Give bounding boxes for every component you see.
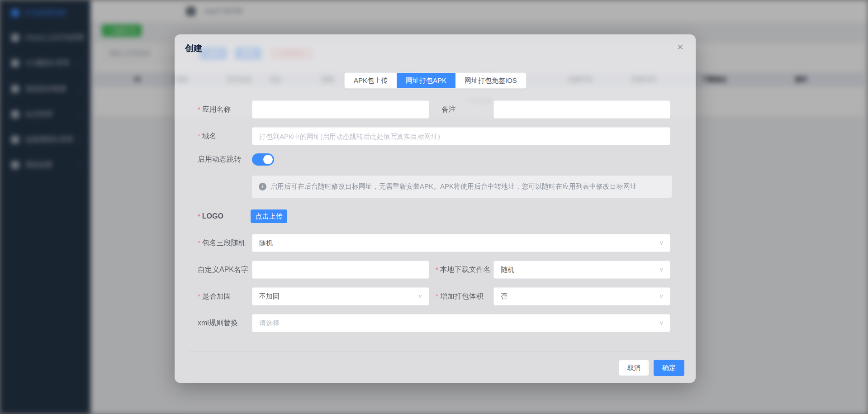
dialog-title: 创建 — [185, 43, 202, 54]
local-filename-select[interactable]: 随机 ∨ — [493, 261, 670, 279]
app-name-label: *应用名称 — [198, 105, 231, 114]
confirm-button[interactable]: 确定 — [654, 360, 684, 376]
notice-text: 启用后可在后台随时修改目标网址，无需重新安装APK。APK将使用后台中转地址，您… — [270, 182, 637, 191]
remark-label: 备注 — [441, 105, 456, 114]
cancel-button[interactable]: 取消 — [619, 360, 649, 376]
custom-apk-name-label: 自定义APK名字 — [198, 265, 248, 275]
chevron-down-icon: ∨ — [418, 288, 422, 305]
dynamic-redirect-toggle[interactable] — [252, 153, 274, 166]
xml-rule-select[interactable]: 请选择 ∨ — [252, 314, 670, 332]
required-mark: * — [198, 239, 200, 247]
required-mark: * — [198, 105, 200, 113]
chevron-down-icon: ∨ — [659, 314, 664, 332]
app-name-input[interactable] — [252, 100, 429, 119]
tab-apk-upload[interactable]: APK包上传 — [345, 73, 397, 88]
footer-divider — [188, 352, 682, 352]
required-mark: * — [198, 212, 200, 220]
toggle-knob — [263, 155, 273, 164]
required-mark: * — [436, 292, 438, 300]
package-size-select[interactable]: 否 ∨ — [493, 287, 670, 305]
select-value: 不加固 — [259, 292, 280, 300]
tab-url-apk[interactable]: 网址打包APK — [397, 73, 455, 88]
required-mark: * — [436, 266, 438, 273]
remark-input[interactable] — [493, 100, 670, 119]
info-icon: i — [259, 183, 266, 190]
chevron-down-icon: ∨ — [659, 234, 664, 252]
domain-input[interactable] — [252, 127, 670, 145]
close-icon[interactable]: × — [672, 39, 688, 55]
logo-label: *LOGO — [198, 212, 223, 220]
hardening-select[interactable]: 不加固 ∨ — [252, 287, 429, 305]
package-name-label: *包名三段随机 — [198, 238, 246, 248]
dynamic-redirect-label: 启用动态跳转 — [198, 155, 241, 164]
select-value: 否 — [501, 292, 508, 300]
select-value: 随机 — [259, 239, 273, 247]
select-placeholder: 请选择 — [259, 319, 280, 327]
select-value: 随机 — [501, 266, 514, 273]
package-name-select[interactable]: 随机 ∨ — [252, 234, 670, 252]
custom-apk-name-input[interactable] — [252, 261, 429, 279]
package-size-label: *增加打包体积 — [436, 292, 484, 301]
redirect-notice: i 启用后可在后台随时修改目标网址，无需重新安装APK。APK将使用后台中转地址… — [252, 176, 672, 198]
packaging-tabs: APK包上传 网址打包APK 网址打包免签IOS — [344, 72, 526, 89]
hardening-label: *是否加固 — [198, 292, 231, 301]
local-filename-label: *本地下载文件名 — [436, 265, 491, 275]
chevron-down-icon: ∨ — [659, 288, 664, 305]
required-mark: * — [198, 132, 200, 140]
tab-url-ios[interactable]: 网址打包免签IOS — [455, 73, 526, 88]
upload-button[interactable]: 点击上传 — [251, 209, 287, 223]
chevron-down-icon: ∨ — [659, 261, 664, 278]
domain-label: *域名 — [198, 132, 217, 141]
required-mark: * — [198, 292, 200, 300]
page: 打包应用列表 Cloud上云打包管理 › CC盾防红管理 › 域名防封检测 › — [0, 0, 868, 414]
create-dialog: 创建 × APK包上传 网址打包APK 网址打包免签IOS *应用名称 备注 *… — [175, 34, 696, 383]
xml-rule-label: xml规则替换 — [198, 319, 238, 328]
